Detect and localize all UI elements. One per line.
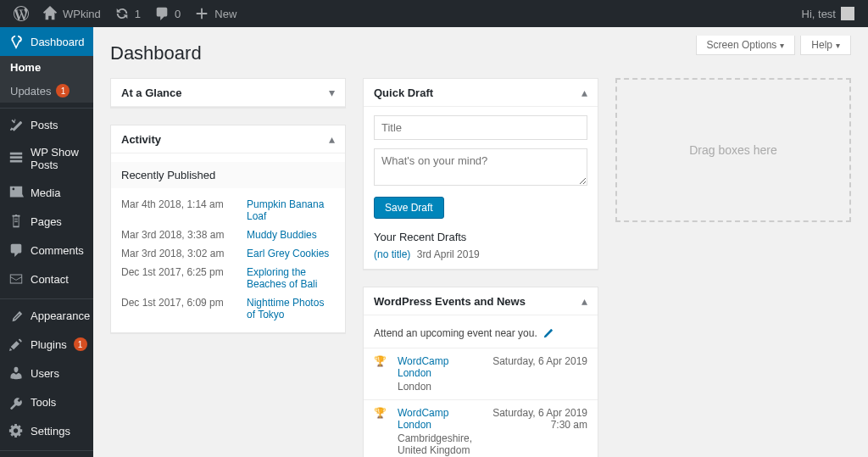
menu-pages[interactable]: Pages [0, 207, 93, 236]
toggle-icon[interactable]: ▴ [581, 294, 587, 308]
save-draft-button[interactable]: Save Draft [374, 197, 444, 219]
dashboard-icon [8, 34, 24, 49]
widget-column-2: Quick Draft ▴ Save Draft Your Recent Dra… [363, 78, 598, 457]
activity-date: Dec 1st 2017, 6:09 pm [121, 297, 231, 320]
menu-posts[interactable]: Posts [0, 110, 93, 139]
activity-link[interactable]: Pumpkin Banana Loaf [247, 198, 335, 222]
users-icon [8, 365, 24, 381]
activity-link[interactable]: Nighttime Photos of Tokyo [247, 297, 335, 320]
page-title: Dashboard [110, 36, 202, 68]
draft-link[interactable]: (no title) [374, 248, 410, 260]
widget-header[interactable]: Activity ▴ [111, 125, 345, 153]
menu-label: Media [31, 187, 60, 199]
menu-tools[interactable]: Tools [0, 387, 93, 416]
event-datetime: Saturday, 6 Apr 2019 7:30 am [490, 407, 587, 456]
toggle-icon[interactable]: ▾ [329, 86, 335, 99]
activity-link[interactable]: Earl Grey Cookies [247, 248, 329, 259]
wp-logo[interactable] [7, 0, 36, 27]
updates-count: 1 [135, 8, 141, 20]
update-icon [114, 6, 130, 21]
event-link[interactable]: WordCamp London [398, 407, 448, 431]
event-details: WordCamp London Cambridgeshire, United K… [398, 407, 481, 456]
toggle-icon[interactable]: ▴ [581, 86, 587, 99]
menu-label: Comments [31, 244, 84, 257]
main-content: Dashboard Screen Options Help At a Glanc… [93, 27, 868, 457]
wordpress-icon [14, 6, 29, 21]
avatar [841, 7, 854, 20]
menu-plugins[interactable]: Plugins 1 [0, 330, 93, 359]
comments-icon [8, 242, 24, 258]
menu-label: Posts [31, 119, 58, 131]
help-button[interactable]: Help [800, 36, 851, 55]
plugins-icon [8, 337, 24, 352]
dashboard-widgets: At a Glance ▾ Activity ▴ Recently Publis… [110, 78, 851, 457]
plugins-badge: 1 [74, 337, 87, 351]
screen-options-button[interactable]: Screen Options [696, 36, 796, 55]
activity-item: Mar 3rd 2018, 3:38 amMuddy Buddies [121, 226, 335, 244]
dropzone-label: Drag boxes here [689, 143, 777, 157]
submenu-home[interactable]: Home [0, 56, 93, 79]
menu-comments[interactable]: Comments [0, 236, 93, 265]
comment-icon [154, 6, 170, 21]
event-list: 🏆 WordCamp London London Saturday, 6 Apr… [364, 348, 598, 457]
site-name-label: WPkind [63, 8, 101, 20]
menu-appearance[interactable]: Appearance [0, 301, 93, 330]
menu-label: Plugins [31, 338, 67, 351]
user-menu[interactable]: Hi, test [795, 0, 861, 27]
toggle-icon[interactable]: ▴ [329, 132, 335, 146]
activity-link[interactable]: Muddy Buddies [247, 229, 317, 241]
settings-icon [8, 423, 24, 438]
separator [0, 104, 93, 109]
widget-body: Attend an upcoming event near you. 🏆 Wor… [364, 315, 598, 457]
menu-label: Tools [31, 396, 56, 409]
activity-date: Mar 4th 2018, 1:14 am [121, 198, 231, 222]
updates[interactable]: 1 [108, 0, 147, 27]
contact-icon [8, 271, 24, 287]
wordcamp-icon: 🏆 [374, 407, 389, 456]
tools-icon [8, 394, 24, 410]
submenu-updates[interactable]: Updates 1 [0, 79, 93, 103]
comments[interactable]: 0 [147, 0, 187, 27]
media-icon [8, 185, 24, 200]
separator [0, 447, 93, 451]
menu-settings[interactable]: Settings [0, 416, 93, 445]
activity-link[interactable]: Exploring the Beaches of Bali [247, 266, 335, 290]
wordcamp-icon: 🏆 [374, 355, 389, 393]
widget-title: Activity [121, 133, 161, 146]
menu-wp-show-posts[interactable]: WP Show Posts [0, 139, 93, 178]
menu-dashboard[interactable]: Dashboard [0, 27, 93, 56]
menu-label: Settings [31, 425, 70, 437]
show-posts-icon [8, 151, 24, 166]
widget-header[interactable]: At a Glance ▾ [111, 79, 345, 107]
draft-date: 3rd April 2019 [417, 248, 480, 260]
quick-draft-widget: Quick Draft ▴ Save Draft Your Recent Dra… [363, 78, 598, 270]
activity-date: Mar 3rd 2018, 3:02 am [121, 248, 231, 259]
menu-mailchimp[interactable]: Mailchimp for WP [0, 453, 93, 457]
event-item: 🏆 WordCamp London Cambridgeshire, United… [364, 399, 598, 457]
widget-body: Save Draft Your Recent Drafts (no title)… [364, 107, 598, 269]
draft-content-input[interactable] [374, 148, 587, 186]
admin-menu: Dashboard Home Updates 1 Posts WP Show P… [0, 27, 93, 457]
new-content[interactable]: New [187, 0, 243, 27]
events-news-widget: WordPress Events and News ▴ Attend an up… [363, 287, 598, 457]
site-name[interactable]: WPkind [36, 0, 108, 27]
draft-title-input[interactable] [374, 115, 587, 140]
main-wrapper: Dashboard Home Updates 1 Posts WP Show P… [0, 27, 868, 457]
menu-users[interactable]: Users [0, 359, 93, 387]
widget-title: Quick Draft [374, 86, 433, 99]
separator [0, 295, 93, 299]
new-label: New [214, 8, 236, 20]
activity-item: Dec 1st 2017, 6:09 pmNighttime Photos of… [121, 293, 335, 324]
menu-label: Pages [31, 215, 62, 228]
admin-bar-right: Hi, test [795, 0, 861, 27]
menu-media[interactable]: Media [0, 178, 93, 207]
activity-item: Dec 1st 2017, 6:25 pmExploring the Beach… [121, 263, 335, 293]
menu-contact[interactable]: Contact [0, 265, 93, 293]
widget-header[interactable]: WordPress Events and News ▴ [364, 287, 598, 315]
recent-drafts-head: Your Recent Drafts [374, 231, 587, 243]
pages-icon [8, 214, 24, 229]
edit-location-icon[interactable] [542, 327, 554, 339]
widget-header[interactable]: Quick Draft ▴ [364, 79, 598, 107]
event-link[interactable]: WordCamp London [398, 355, 448, 379]
empty-dropzone[interactable]: Drag boxes here [615, 78, 851, 222]
